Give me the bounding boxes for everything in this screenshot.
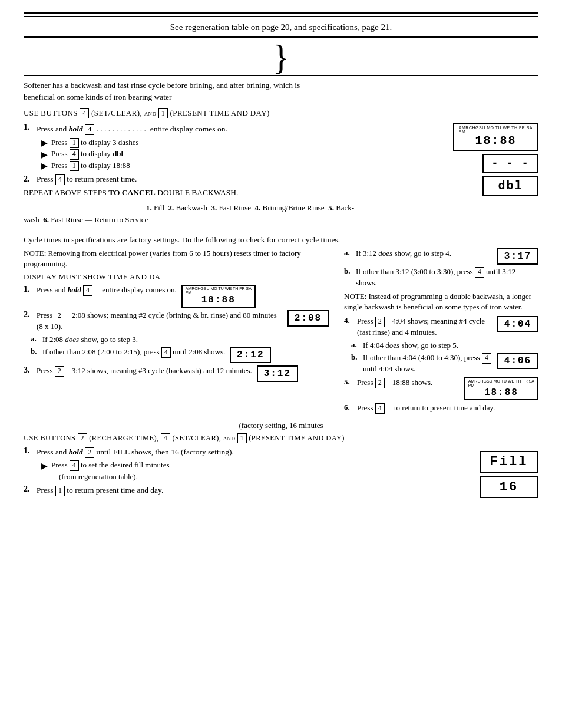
s2-disp-212: 2:12: [230, 347, 271, 363]
arrow3-text: Press 1 to display 18:88: [51, 161, 130, 172]
s2r-disp-1888: AMPM RCHG SU MO TU WE TH FR SA 18:88: [464, 377, 538, 400]
key-4-sb: 4: [161, 347, 171, 358]
s2-disp-312: 3:12: [257, 365, 298, 382]
cycle-note: Cycle times in specifications are factor…: [24, 235, 538, 245]
s2r-step5: 5. Press 2 18:88 shows. AMPM RCHG SU MO …: [344, 377, 538, 400]
use-buttons-section1: USE BUTTONS 4 (SET/CLEAR), and 1 (PRESEN…: [24, 108, 538, 119]
arrow2-text: Press 4 to display dbl: [51, 149, 123, 160]
s3-arrow1-text: Press 4 to set the desired fill minutes: [51, 460, 170, 471]
s3-arrow1: ▶ Press 4 to set the desired fill minute…: [41, 460, 538, 471]
display-value-1888: 18:88: [459, 134, 533, 147]
s2-step2: 2. Press 2 2:08 shows; meaning #2 cycle …: [24, 310, 329, 332]
s2-step2-num: 2.: [24, 310, 37, 319]
note-remove: NOTE: Removing from electrical power (va…: [24, 248, 329, 269]
page: See regeneration table on page 20, and s…: [0, 0, 562, 728]
step2-content: Press 4 to return present time.: [37, 174, 137, 185]
s2-stepb-text: If other than 2:08 (2:00 to 2:15), press…: [42, 347, 225, 358]
s2r-step5-num: 5.: [344, 377, 357, 387]
key-2-s2: 2: [55, 311, 64, 321]
left-column: NOTE: Removing from electrical power (va…: [24, 248, 335, 416]
s2-disp-rchg: RCHG: [191, 286, 204, 295]
s3-step2: 2. Press 1 to return present time and da…: [24, 485, 538, 496]
display-1888-top: AMPM RCHG SU MO TU WE TH FR SA 18:88: [453, 123, 538, 151]
s2-step3: 3. Press 2 3:12 shows, meaning #3 cycle …: [24, 365, 329, 382]
section3: USE BUTTONS 2 (RECHARGE TIME), 4 (SET/CL…: [24, 433, 538, 497]
key-2-rs4: 2: [375, 317, 385, 327]
s3-disp-16: 16: [480, 476, 538, 498]
display-must: DISPLAY MUST SHOW TIME AND DA: [24, 272, 329, 282]
s2-stepa-label: a.: [31, 334, 42, 344]
header-days: SU MO TU WE TH FR SA: [479, 126, 533, 134]
s3-step1-num: 1.: [24, 446, 37, 456]
step1-number: 1.: [24, 123, 37, 132]
factory-setting: (factory setting, 16 minutes: [24, 421, 538, 430]
key-1-s3s2: 1: [55, 486, 65, 496]
fill-rinse-line: 1. Fill 2. Backwash 3. Fast Rinse 4. Bri…: [24, 202, 538, 225]
s2r-stepa-label: a.: [344, 248, 356, 258]
key-1-a3: 1: [70, 161, 79, 172]
s2r-disp-406: 4:06: [497, 353, 538, 369]
s2r-disp-317: 3:17: [497, 248, 538, 265]
key-1-s1: 1: [158, 108, 168, 119]
s2r-days: SU MO TU WE TH FR SA: [487, 379, 534, 387]
s2r-step5-text: Press 2 18:88 shows.: [357, 377, 459, 388]
s2-step1: 1. Press and bold 4 entire display comes…: [24, 285, 329, 308]
s2r-stepa4: a. If 4:04 does show, go to step 5.: [351, 340, 538, 351]
s2-step3-text: Press 2 3:12 shows, meaning #3 cycle (ba…: [37, 365, 252, 377]
s3-use-buttons: USE BUTTONS 2 (RECHARGE TIME), 4 (SET/CL…: [24, 433, 538, 444]
arrow1-text: Press 1 to display 3 dashes: [51, 138, 139, 149]
s2r-stepb-label: b.: [344, 266, 356, 276]
s2r-stepa: a. If 3:12 does show, go to step 4. 3:17: [344, 248, 538, 265]
s2r-note: NOTE: Instead of programming a double ba…: [344, 291, 538, 312]
right-column: a. If 3:12 does show, go to step 4. 3:17…: [344, 248, 538, 416]
arrow-sym-3: ▶: [41, 161, 48, 171]
key-4-s3ub: 4: [161, 433, 170, 444]
s2r-stepb: b. If other than 3:12 (3:00 to 3:30), pr…: [344, 266, 538, 288]
s2r-stepb4: b. If other than 4:04 (4:00 to 4:30), pr…: [351, 353, 538, 374]
header-ampm: AMPM: [459, 126, 466, 134]
arrow-sym-2: ▶: [41, 150, 48, 160]
brace-symbol: }: [273, 39, 290, 75]
s2-disp-1888-val: 18:88: [186, 295, 252, 305]
key-4-s1: 4: [80, 108, 89, 119]
s3-step2-num: 2.: [24, 485, 37, 494]
key-4-rbstep: 4: [475, 267, 484, 278]
s2r-stepa4-label: a.: [351, 340, 363, 350]
two-col-layout: NOTE: Removing from electrical power (va…: [24, 248, 538, 416]
s2r-stepa4-text: If 4:04 does show, go to step 5.: [363, 340, 458, 351]
s2-step3-num: 3.: [24, 365, 37, 375]
s2-step1-text: Press and bold 4 entire display comes on…: [37, 285, 177, 296]
see-regen-text: See regeneration table on page 20, and s…: [24, 22, 538, 32]
display-dbl: dbl: [482, 176, 538, 196]
key-4-a2: 4: [70, 149, 79, 160]
s2-step2-text: Press 2 2:08 shows; meaning #2 cycle (br…: [37, 310, 283, 332]
s2r-step6: 6. Press 4 to return to present time and…: [344, 403, 538, 414]
key-4-s2: 4: [83, 285, 92, 296]
key-2-s3s1: 2: [85, 447, 94, 458]
s3-step1-text: Press and bold 2 until FILL shows, then …: [37, 446, 234, 458]
s2-disp-days: SU MO TU WE TH FR SA: [204, 286, 252, 295]
s2r-step6-num: 6.: [344, 403, 357, 412]
softener-line1: Softener has a backwash and fast rinse c…: [24, 81, 300, 90]
s3-step2-text: Press 1 to return present time and day.: [37, 485, 163, 496]
s2-disp-1888: AMPM RCHG SU MO TU WE TH FR SA 18:88: [181, 285, 256, 308]
section2: Cycle times in specifications are factor…: [24, 235, 538, 416]
divider1: [24, 230, 538, 230]
s2r-stepb4-label: b.: [351, 353, 363, 362]
s2r-step4: 4. Press 2 4:04 shows; meaning #4 cycle …: [344, 316, 538, 338]
s2-disp-208: 2:08: [287, 310, 329, 327]
s2-step1-num: 1.: [24, 285, 37, 294]
softener-text: Softener has a backwash and fast rinse c…: [24, 80, 538, 104]
header-rchg: RCHG: [465, 126, 479, 134]
s2r-step6-text: Press 4 to return to present time and da…: [357, 403, 495, 414]
key-4-rb4: 4: [482, 353, 491, 364]
s2-stepb: b. If other than 2:08 (2:00 to 2:15), pr…: [31, 347, 329, 363]
s2r-step4-text: Press 2 4:04 shows; meaning #4 cycle (fa…: [357, 316, 492, 338]
s2r-stepb4-text: If other than 4:04 (4:00 to 4:30), press…: [363, 353, 492, 374]
top-thick-border: [24, 12, 538, 14]
key-1-a1: 1: [70, 138, 79, 149]
arrow-sym-s3: ▶: [41, 461, 48, 471]
step1-content: Press and bold 4 . . . . . . . . . . . .…: [37, 123, 227, 136]
s2r-step4-num: 4.: [344, 316, 357, 325]
s2r-ampm: AMPM: [468, 379, 475, 387]
